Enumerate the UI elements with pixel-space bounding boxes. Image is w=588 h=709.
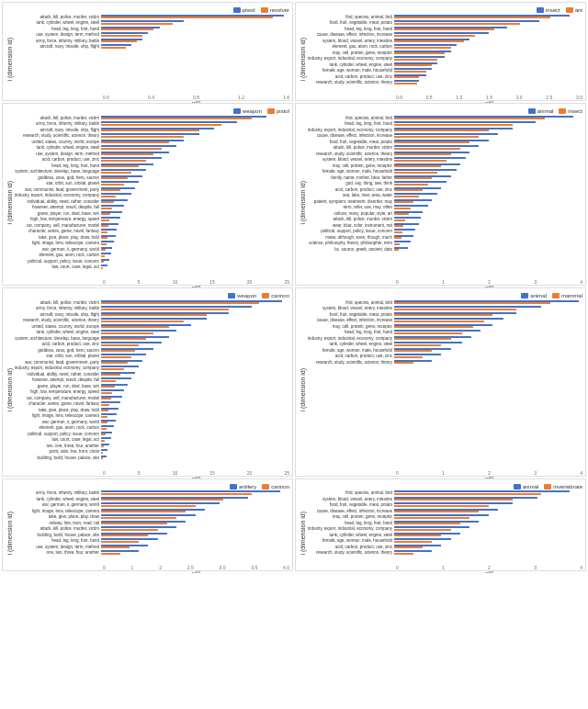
bar <box>101 440 105 442</box>
bar <box>101 410 108 411</box>
bar-label: aircraft, navy, missile, ship, flight <box>14 44 101 49</box>
bar-label: goddess, zeus, god, hero, sauron <box>14 175 101 180</box>
bar <box>101 386 115 388</box>
bar-label: building, build, house, palace, site <box>14 456 101 460</box>
bar-blue <box>101 20 184 22</box>
bar-label: female, age, woman, male, household <box>307 348 394 353</box>
bar <box>394 219 405 221</box>
table-row: building, build, house, palace, site <box>14 455 289 460</box>
legend-item-1: animal <box>514 484 539 490</box>
bar-label: food, fruit, vegetable, meat, potato <box>307 502 394 507</box>
bar-label: research, study, scientific, science, th… <box>307 80 394 84</box>
bar-label: head, leg, long, foot, hand <box>14 163 101 168</box>
bar-track <box>101 318 289 322</box>
bar-label: point, side, line, front, circle <box>14 449 101 454</box>
bar-track <box>101 312 289 317</box>
legend-color-orange <box>262 293 269 298</box>
table-row: research, study, scientific, science, th… <box>307 80 582 85</box>
table-row: food, fruit, vegetable, meat, potato <box>307 139 582 144</box>
bar-label: bc, source, greek, ancient, date <box>307 247 394 252</box>
table-row: car, company, sell, manufacturer, model <box>14 222 289 228</box>
table-row: cause, disease, effect, infection, incre… <box>307 508 582 513</box>
bar <box>101 514 196 516</box>
bar-track <box>101 432 289 436</box>
legend-item-1: artillery <box>230 484 256 490</box>
table-row: head, leg, long, foot, hand <box>14 538 289 544</box>
bar-label: attack, kill, police, murder, victim <box>307 217 394 221</box>
bar-track <box>101 44 289 49</box>
legend-mr: animal insect <box>299 108 582 114</box>
table-row: find, species, animal, bird <box>307 14 582 19</box>
bar-track <box>101 187 289 192</box>
bar <box>101 141 169 143</box>
bar <box>101 546 130 548</box>
bar-track <box>101 545 289 549</box>
bar <box>101 350 135 352</box>
legend-item-1: weapon <box>228 293 256 298</box>
bar-track <box>394 116 582 120</box>
bar <box>101 326 169 328</box>
table-row: light, image, lens, telescope, camera <box>14 241 289 246</box>
bar <box>101 165 139 167</box>
bar <box>394 362 413 364</box>
bar <box>394 493 541 495</box>
legend-color-blue <box>521 293 528 298</box>
bar <box>101 181 139 183</box>
bar <box>101 377 131 379</box>
table-row: head, leg, long, foot, hand <box>307 520 582 525</box>
bar <box>394 550 432 552</box>
bar-track <box>394 199 582 204</box>
table-row: cause, disease, effect, infection, incre… <box>307 32 582 38</box>
bars-area: find, species, animal, bird head, leg, l… <box>307 115 582 278</box>
y-axis-label: i (dimension id) <box>299 368 307 411</box>
bar-label: war, communist, lead, government, party <box>14 187 101 192</box>
bar-label: take, give, place, play, draw, hold <box>14 408 101 412</box>
table-row: tank, cylinder, wheel, engine, steel <box>307 342 582 347</box>
bar-label: patient, symptom, treatment, disorder, m… <box>307 199 394 204</box>
bar <box>101 160 146 162</box>
bar-track <box>101 360 289 365</box>
bar-track <box>394 514 582 519</box>
bar <box>394 205 428 207</box>
bar <box>101 490 280 492</box>
table-row: female, age, woman, male, household <box>307 538 582 544</box>
table-row: army, force, infantry, military, battle <box>14 490 289 496</box>
bar <box>394 342 462 343</box>
table-row: element, gas, atom, rock, carbon <box>14 253 289 258</box>
table-row: industry, export, industrial, economy, c… <box>307 526 582 532</box>
table-row: head, leg, long, foot, hand <box>307 26 582 31</box>
table-row: war, communist, lead, government, party <box>14 186 289 192</box>
bar-label: goddess, zeus, god, hero, sauron <box>14 348 101 353</box>
bar-label: head, leg, long, foot, hand <box>307 330 394 334</box>
bar-label: political, support, policy, issue, conce… <box>14 432 101 436</box>
bars-area: attack, kill, police, murder, victim tan… <box>14 14 289 94</box>
bar-label: tank, cylinder, wheel, engine, steel <box>14 497 101 501</box>
table-row: bc, source, greek, ancient, date <box>307 246 582 252</box>
legend-label-weapon: weapon <box>243 108 262 114</box>
bar-label: light, image, lens, telescope, camera <box>14 413 101 418</box>
bar <box>101 511 186 512</box>
table-row: may, cell, protein, gene, receptor <box>307 163 582 168</box>
bar-label: family, name, mother, bear, father <box>307 175 394 180</box>
bar-label: take, give, place, play, draw, hold <box>14 235 101 240</box>
bar-label: aircraft, navy, missile, ship, flight <box>14 128 101 132</box>
bar <box>101 255 105 257</box>
legend-color-orange <box>261 7 268 13</box>
bar-track <box>394 217 582 221</box>
bar-track <box>101 389 289 394</box>
table-row: research, study, scientific, science, th… <box>14 133 289 139</box>
table-row: army, force, infantry, military, battle <box>14 38 289 43</box>
bar <box>101 445 104 447</box>
bar <box>101 413 117 415</box>
bar-label: however, attempt, result, despite, fail <box>14 377 101 382</box>
bar <box>394 249 399 251</box>
legend-tr: insect ant <box>299 7 582 13</box>
bar-track <box>101 490 289 495</box>
chart-body: attack, kill, police, murder, victim tan… <box>14 14 289 106</box>
bar <box>394 229 415 231</box>
bar <box>101 201 114 203</box>
bar <box>394 514 489 516</box>
table-row: industry, export, industrial, economy, c… <box>14 193 289 198</box>
table-row: industry, export, industrial, economy, c… <box>307 335 582 341</box>
legend-color-orange <box>552 293 560 298</box>
